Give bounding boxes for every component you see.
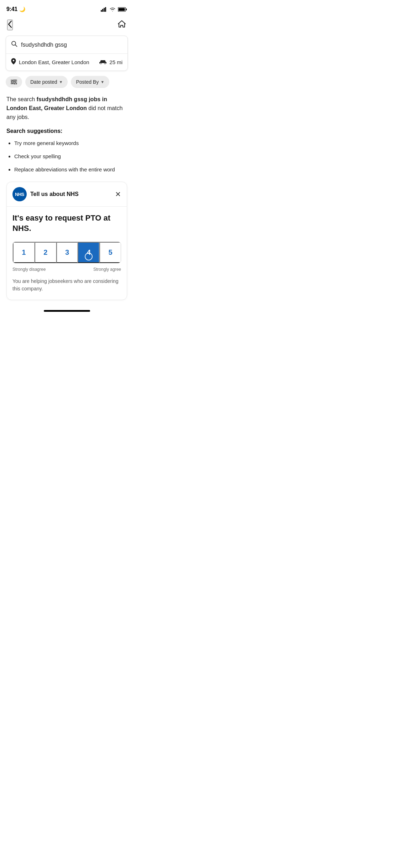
svg-point-9 — [13, 60, 14, 61]
nhs-header-left: NHS Tell us about NHS — [12, 187, 79, 201]
svg-point-17 — [15, 83, 16, 85]
svg-point-15 — [14, 79, 16, 81]
nhs-card-title: Tell us about NHS — [30, 191, 79, 197]
rating-4-button[interactable]: 4 — [78, 242, 99, 263]
search-container: fsudyshdhdh gssg London East, Greater Lo… — [6, 36, 128, 71]
no-results-message: The search fsudyshdhdh gssg jobs in Lond… — [6, 95, 127, 122]
posted-by-label: Posted By — [76, 79, 99, 85]
selected-indicator — [85, 253, 93, 260]
suggestion-item-3: Replace abbreviations with the entire wo… — [14, 166, 127, 173]
svg-point-11 — [104, 63, 106, 64]
date-posted-filter[interactable]: Date posted ▼ — [25, 76, 68, 88]
search-row[interactable]: fsudyshdhdh gssg — [6, 36, 127, 54]
status-icons — [101, 7, 127, 12]
nhs-close-button[interactable]: ✕ — [115, 191, 121, 198]
nhs-card-header: NHS Tell us about NHS ✕ — [7, 182, 127, 207]
home-indicator — [44, 310, 90, 312]
search-query-bold: fsudyshdhdh gssg jobs in London East, Gr… — [6, 96, 107, 111]
suggestions-list: Try more general keywords Check your spe… — [6, 139, 127, 173]
svg-rect-5 — [119, 8, 125, 11]
status-bar: 9:41 🌙 — [0, 0, 134, 16]
svg-rect-2 — [104, 8, 105, 12]
svg-point-16 — [12, 81, 14, 83]
rating-2-label: 2 — [43, 248, 47, 256]
nhs-logo: NHS — [12, 187, 27, 201]
nhs-survey-title: It's easy to request PTO at NHS. — [12, 213, 121, 233]
nhs-card: NHS Tell us about NHS ✕ It's easy to req… — [6, 182, 127, 300]
svg-rect-3 — [105, 7, 106, 12]
rating-3-button[interactable]: 3 — [56, 242, 78, 263]
rating-label-right: Strongly agree — [93, 267, 121, 272]
search-query: fsudyshdhdh gssg — [21, 42, 67, 48]
nhs-card-body: It's easy to request PTO at NHS. 1 2 3 4… — [7, 207, 127, 299]
date-posted-label: Date posted — [30, 79, 57, 85]
rating-labels: Strongly disagree Strongly agree — [12, 267, 121, 272]
posted-by-chevron-icon: ▼ — [100, 80, 104, 84]
home-button[interactable] — [117, 19, 126, 31]
car-icon — [99, 59, 107, 66]
main-content: The search fsudyshdhdh gssg jobs in Lond… — [0, 93, 134, 306]
rating-2-button[interactable]: 2 — [35, 242, 56, 263]
svg-rect-6 — [126, 9, 127, 10]
date-posted-chevron-icon: ▼ — [59, 80, 63, 84]
wifi-icon — [109, 7, 116, 12]
suggestions-title: Search suggestions: — [6, 128, 127, 134]
rating-5-label: 5 — [109, 248, 113, 256]
filter-sliders-button[interactable] — [6, 76, 22, 88]
rating-5-button[interactable]: 5 — [99, 242, 121, 263]
location-pin-icon — [11, 58, 16, 66]
distance-text: 25 mi — [109, 59, 123, 65]
rating-row: 1 2 3 4 5 — [12, 242, 121, 263]
suggestion-item-2: Check your spelling — [14, 153, 127, 160]
back-button[interactable] — [7, 20, 13, 30]
rating-1-label: 1 — [22, 248, 26, 256]
nhs-help-text: You are helping jobseekers who are consi… — [12, 278, 121, 293]
suggestion-item-1: Try more general keywords — [14, 139, 127, 147]
rating-label-left: Strongly disagree — [12, 267, 46, 272]
signal-icon — [101, 7, 107, 12]
svg-rect-0 — [101, 10, 102, 12]
status-time: 9:41 — [6, 6, 17, 12]
location-text: London East, Greater London — [19, 59, 89, 65]
bottom-bar — [0, 306, 134, 315]
posted-by-filter[interactable]: Posted By ▼ — [71, 76, 109, 88]
svg-rect-1 — [102, 9, 103, 12]
svg-line-8 — [15, 45, 17, 47]
moon-icon: 🌙 — [19, 6, 25, 12]
location-row[interactable]: London East, Greater London 25 mi — [6, 54, 127, 71]
rating-1-button[interactable]: 1 — [13, 242, 35, 263]
search-icon — [11, 41, 17, 49]
rating-3-label: 3 — [65, 248, 69, 256]
nav-bar — [0, 16, 134, 34]
filter-row: Date posted ▼ Posted By ▼ — [0, 71, 134, 93]
svg-point-10 — [100, 63, 101, 64]
battery-icon — [118, 7, 127, 12]
